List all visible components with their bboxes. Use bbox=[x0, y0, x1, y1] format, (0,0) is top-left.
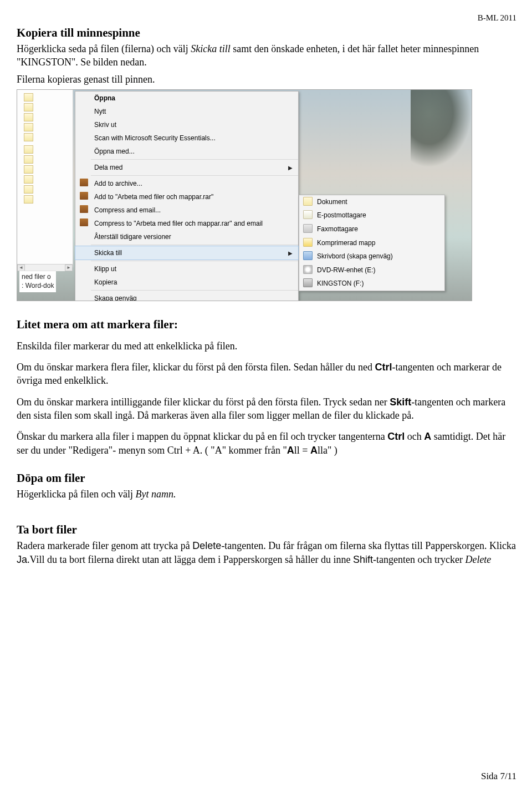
submenu-dvd[interactable]: DVD-RW-enhet (E:) bbox=[299, 263, 444, 277]
usb-drive-icon bbox=[303, 278, 313, 287]
submenu-fax[interactable]: Faxmottagare bbox=[299, 222, 444, 236]
para: Om du önskar markera intilliggande filer… bbox=[17, 395, 516, 423]
submenu-kingston[interactable]: KINGSTON (F:) bbox=[299, 277, 444, 291]
menu-item-compress-to[interactable]: Compress to "Arbeta med filer och mappar… bbox=[75, 217, 298, 230]
menu-item-cut[interactable]: Klipp ut bbox=[75, 262, 298, 276]
menu-item-new[interactable]: Nytt bbox=[75, 105, 298, 118]
menu-item-print[interactable]: Skriv ut bbox=[75, 118, 298, 131]
menu-item-compress-email[interactable]: Compress and email... bbox=[75, 204, 298, 217]
para: Filerna kopieras genast till pinnen. bbox=[17, 73, 516, 86]
scroll-right-icon[interactable]: ► bbox=[65, 265, 73, 271]
heading-rename: Döpa om filer bbox=[17, 471, 516, 485]
menu-item-add-to[interactable]: Add to "Arbeta med filer och mappar.rar" bbox=[75, 190, 298, 204]
submenu-zip[interactable]: Komprimerad mapp bbox=[299, 236, 444, 250]
menu-item-share[interactable]: Dela med▶ bbox=[75, 161, 298, 174]
status-label: ned filer o : Word-dok bbox=[19, 271, 56, 292]
para: Enskilda filer markerar du med att enkel… bbox=[17, 339, 516, 353]
menu-item-copy[interactable]: Kopiera bbox=[75, 276, 298, 289]
heading-copy-usb: Kopiera till minnespinne bbox=[17, 26, 516, 40]
folder-icon bbox=[303, 197, 313, 206]
menu-item-open[interactable]: Öppna bbox=[75, 92, 298, 105]
menu-item-add-archive[interactable]: Add to archive... bbox=[75, 177, 298, 190]
para: Önskar du markera alla filer i mappen du… bbox=[17, 430, 516, 457]
menu-item-scan[interactable]: Scan with Microsoft Security Essentials.… bbox=[75, 131, 298, 145]
archive-icon bbox=[80, 205, 88, 213]
para: Högerklicka på filen och välj Byt namn. bbox=[17, 487, 516, 501]
para: Högerklicka seda på filen (filerna) och … bbox=[17, 42, 516, 69]
submenu-desktop[interactable]: Skrivbord (skapa genväg) bbox=[299, 250, 444, 263]
mail-icon bbox=[303, 210, 313, 219]
desktop-icon bbox=[303, 251, 313, 260]
archive-icon bbox=[80, 179, 88, 186]
para: Om du önskar markera flera filer, klicka… bbox=[17, 360, 516, 388]
zip-icon bbox=[303, 238, 313, 247]
menu-item-send-to[interactable]: Skicka till▶ bbox=[75, 246, 299, 260]
chevron-right-icon: ▶ bbox=[288, 249, 293, 257]
menu-item-open-with[interactable]: Öppna med... bbox=[75, 145, 298, 158]
para: Radera markerade filer genom att trycka … bbox=[17, 539, 516, 566]
fax-icon bbox=[303, 224, 313, 233]
submenu-documents[interactable]: Dokument bbox=[299, 195, 444, 209]
submenu-mail[interactable]: E-postmottagare bbox=[299, 209, 444, 222]
archive-icon bbox=[80, 218, 88, 226]
context-menu: Öppna Nytt Skriv ut Scan with Microsoft … bbox=[75, 91, 299, 301]
heading-select-files: Litet mera om att markera filer: bbox=[17, 318, 516, 332]
archive-icon bbox=[80, 192, 88, 200]
menu-item-shortcut[interactable]: Skapa genväg bbox=[75, 292, 298, 301]
chevron-right-icon: ▶ bbox=[288, 164, 293, 172]
heading-delete: Ta bort filer bbox=[17, 523, 516, 537]
menu-item-restore[interactable]: Återställ tidigare versioner bbox=[75, 230, 298, 243]
page-header: B-ML 2011 bbox=[17, 13, 516, 23]
dvd-icon bbox=[303, 265, 313, 274]
file-list-column: ◄ ► bbox=[17, 90, 73, 267]
send-to-submenu: Dokument E-postmottagare Faxmottagare Ko… bbox=[299, 195, 445, 291]
screenshot-context-menu: ◄ ► ned filer o : Word-dok Öppna Nytt Sk… bbox=[17, 89, 472, 301]
